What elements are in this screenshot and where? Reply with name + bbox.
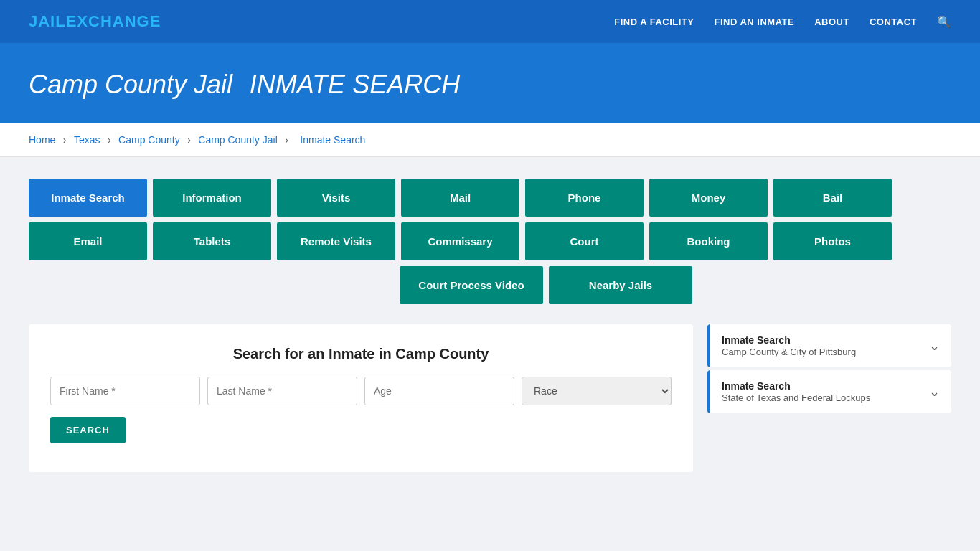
main-layout: Search for an Inmate in Camp County Race… xyxy=(29,324,951,472)
tile-commissary[interactable]: Commissary xyxy=(401,222,519,260)
tile-booking[interactable]: Booking xyxy=(649,222,768,260)
breadcrumb-texas[interactable]: Texas xyxy=(74,134,100,146)
search-form-title: Search for an Inmate in Camp County xyxy=(50,346,672,362)
main-nav: FIND A FACILITY FIND AN INMATE ABOUT CON… xyxy=(614,15,951,29)
tile-email[interactable]: Email xyxy=(29,222,147,260)
hero-banner: Camp County Jail INMATE SEARCH xyxy=(0,43,980,123)
search-icon[interactable]: 🔍 xyxy=(937,15,951,29)
tile-information[interactable]: Information xyxy=(153,179,271,217)
sidebar-card-camp-county-title: Inmate Search Camp County & City of Pitt… xyxy=(722,334,856,357)
tile-nearby-jails[interactable]: Nearby Jails xyxy=(549,266,692,304)
logo-exchange: EXCHANGE xyxy=(66,12,161,30)
site-logo[interactable]: JAILEXCHANGE xyxy=(29,12,161,31)
tile-inmate-search[interactable]: Inmate Search xyxy=(29,179,147,217)
sidebar: Inmate Search Camp County & City of Pitt… xyxy=(707,324,951,416)
nav-find-facility[interactable]: FIND A FACILITY xyxy=(614,17,694,27)
sidebar-card-texas-federal-header[interactable]: Inmate Search State of Texas and Federal… xyxy=(707,370,951,413)
sidebar-card-texas-federal-title: Inmate Search State of Texas and Federal… xyxy=(722,380,870,403)
tile-tablets[interactable]: Tablets xyxy=(153,222,271,260)
sidebar-card-camp-county-header[interactable]: Inmate Search Camp County & City of Pitt… xyxy=(707,324,951,367)
tiles-row-1: Inmate Search Information Visits Mail Ph… xyxy=(29,179,951,217)
tile-remote-visits[interactable]: Remote Visits xyxy=(277,222,395,260)
page-title: Camp County Jail INMATE SEARCH xyxy=(29,66,951,100)
search-button[interactable]: SEARCH xyxy=(50,417,126,443)
tile-court-process-video[interactable]: Court Process Video xyxy=(400,266,543,304)
main-content: Inmate Search Information Visits Mail Ph… xyxy=(0,157,980,494)
breadcrumb-camp-county[interactable]: Camp County xyxy=(118,134,180,146)
search-name-row: Race xyxy=(50,377,672,405)
first-name-input[interactable] xyxy=(50,377,200,405)
tiles-row-3: Court Process Video Nearby Jails xyxy=(141,266,951,304)
sidebar-card-texas-federal: Inmate Search State of Texas and Federal… xyxy=(707,370,951,413)
tile-mail[interactable]: Mail xyxy=(401,179,519,217)
tile-phone[interactable]: Phone xyxy=(525,179,644,217)
sidebar-card-camp-county: Inmate Search Camp County & City of Pitt… xyxy=(707,324,951,367)
tile-visits[interactable]: Visits xyxy=(277,179,395,217)
nav-about[interactable]: ABOUT xyxy=(814,17,849,27)
nav-find-inmate[interactable]: FIND AN INMATE xyxy=(714,17,794,27)
chevron-down-icon: ⌄ xyxy=(929,338,940,354)
logo-jail: JAIL xyxy=(29,12,66,30)
nav-contact[interactable]: CONTACT xyxy=(870,17,917,27)
race-select[interactable]: Race xyxy=(522,377,672,405)
breadcrumb: Home › Texas › Camp County › Camp County… xyxy=(0,123,980,157)
tiles-row-2: Email Tablets Remote Visits Commissary C… xyxy=(29,222,951,260)
tile-photos[interactable]: Photos xyxy=(773,222,892,260)
tile-money[interactable]: Money xyxy=(649,179,768,217)
nav-tiles: Inmate Search Information Visits Mail Ph… xyxy=(29,179,951,304)
site-header: JAILEXCHANGE FIND A FACILITY FIND AN INM… xyxy=(0,0,980,43)
inmate-search-form: Search for an Inmate in Camp County Race… xyxy=(29,324,693,472)
breadcrumb-home[interactable]: Home xyxy=(29,134,55,146)
chevron-down-icon-2: ⌄ xyxy=(929,384,940,400)
age-input[interactable] xyxy=(364,377,514,405)
breadcrumb-camp-county-jail[interactable]: Camp County Jail xyxy=(198,134,278,146)
tile-court[interactable]: Court xyxy=(525,222,644,260)
tile-bail[interactable]: Bail xyxy=(773,179,892,217)
last-name-input[interactable] xyxy=(207,377,357,405)
breadcrumb-current: Inmate Search xyxy=(300,134,365,146)
